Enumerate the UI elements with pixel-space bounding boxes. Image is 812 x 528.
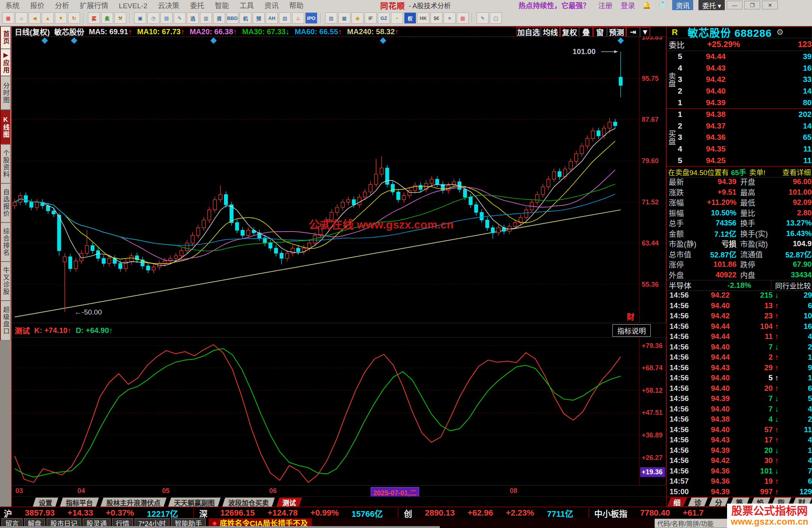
windows-icon[interactable]: ▦: [2, 12, 14, 24]
refresh-icon[interactable]: ↻: [68, 12, 80, 24]
promo-link[interactable]: 热点持续性，它最强？: [518, 0, 590, 10]
skin-icon[interactable]: 👕: [659, 1, 667, 9]
indicator-tab-指标平台[interactable]: 指标平台: [60, 498, 99, 507]
forex-icon[interactable]: $€: [430, 12, 442, 24]
menu-工具[interactable]: 工具: [234, 2, 259, 10]
sidebar-item-个股资料[interactable]: 个股资料: [0, 144, 11, 183]
tick-price: 94.40: [696, 301, 745, 310]
bank-icon[interactable]: ≡: [444, 12, 456, 24]
stock-pick-icon[interactable]: 选: [187, 12, 199, 24]
menu-LEVEL-2[interactable]: LEVEL-2: [114, 2, 153, 10]
chart-button-叠[interactable]: 叠: [579, 27, 593, 37]
panel-tab-细[interactable]: 细: [667, 498, 687, 507]
bbd-icon[interactable]: BBD: [226, 12, 238, 24]
index-name: 深: [199, 507, 208, 519]
indicator-tab-测试[interactable]: 测试: [276, 498, 302, 507]
trade-button[interactable]: 委托 ▾: [698, 0, 725, 11]
gear-icon[interactable]: ⚙: [776, 27, 784, 37]
close-button[interactable]: ✕: [762, 1, 778, 9]
ah-icon[interactable]: AH: [266, 12, 278, 24]
notice-detail-link[interactable]: 查看详细: [782, 167, 811, 177]
menu-分析[interactable]: 分析: [50, 2, 74, 10]
indicator-tab-波段加仓买卖[interactable]: 波段加仓买卖: [222, 498, 275, 507]
minimize-button[interactable]: —: [727, 1, 742, 9]
indicator-tab-设置[interactable]: 设置: [33, 498, 58, 507]
sidebar-item-综合排名[interactable]: 综合排名: [0, 222, 11, 262]
tick-count: 129: [800, 487, 812, 496]
board-icon[interactable]: ▢: [490, 12, 502, 24]
trend-icon[interactable]: ▨: [325, 12, 337, 24]
detail-label: 内盘: [740, 269, 775, 280]
coin-icon[interactable]: ◉: [351, 12, 364, 24]
news-icon[interactable]: ▧: [279, 12, 291, 24]
down-icon[interactable]: ▼: [55, 12, 67, 24]
panel-tab-诊[interactable]: 诊: [688, 498, 707, 507]
tick-count: 11: [804, 425, 812, 434]
doc-icon[interactable]: ▥: [200, 12, 212, 24]
notification-bell-icon[interactable]: 🔔: [642, 1, 651, 9]
indicator-tab-天天躺赢副图[interactable]: 天天躺赢副图: [168, 498, 221, 507]
login-link[interactable]: 登录: [621, 0, 635, 10]
sector-name[interactable]: 半导体: [669, 280, 691, 291]
industry-compare-link[interactable]: 同行业比较: [771, 280, 811, 290]
chart-button-加自选[interactable]: 加自选: [517, 27, 541, 37]
sidebar-item-首页[interactable]: 首页: [0, 26, 11, 49]
kdj-chart[interactable]: +79.36+68.74+58.12+47.51+36.89+26.27+19.…: [12, 337, 667, 486]
menu-云决策[interactable]: 云决策: [153, 2, 185, 10]
chevron-down-icon[interactable]: ▼: [640, 27, 650, 37]
stock-code-input[interactable]: 代码/名称/简拼/功能: [654, 519, 727, 528]
indicator-tab-股林主升浪潜伏点[interactable]: 股林主升浪潜伏点: [100, 498, 167, 507]
menu-系统[interactable]: 系统: [0, 2, 25, 10]
back-icon[interactable]: ◀: [29, 12, 41, 24]
sidebar-item-分时图[interactable]: 分时图: [0, 76, 11, 110]
if-icon[interactable]: IF: [365, 12, 377, 24]
menu-委托[interactable]: 委托: [185, 2, 209, 10]
panel-icon[interactable]: ▣: [134, 12, 146, 24]
kline-icon[interactable]: ▩: [338, 12, 350, 24]
clock-icon[interactable]: ◷: [147, 12, 159, 24]
sidebar-item-自选报价[interactable]: 自选报价: [0, 183, 11, 222]
forecast-icon[interactable]: 预: [253, 12, 265, 24]
kline-chart[interactable]: 103.8395.7587.6779.6071.5263.4455.36公式在线…: [12, 36, 667, 323]
sidebar-item-超级盘口[interactable]: 超级盘口: [0, 301, 11, 340]
gz-icon[interactable]: GZ: [378, 12, 390, 24]
machine-icon[interactable]: 机: [239, 12, 251, 24]
chart-button-预测[interactable]: 预测: [607, 27, 626, 37]
edit-icon[interactable]: ✎: [174, 12, 186, 24]
menu-资讯[interactable]: 资讯: [259, 2, 284, 10]
auction-icon[interactable]: ⚒: [114, 12, 126, 24]
edit2-icon[interactable]: ✎: [477, 12, 489, 24]
news-button[interactable]: 资讯: [672, 0, 693, 11]
restore-button[interactable]: ❐: [744, 1, 760, 9]
hk-icon[interactable]: HK: [417, 12, 429, 24]
menu-扩展行情[interactable]: 扩展行情: [74, 2, 114, 10]
cai-label[interactable]: 财: [627, 312, 635, 321]
menu-帮助[interactable]: 帮助: [284, 2, 309, 10]
info-icon[interactable]: 资: [213, 12, 225, 24]
us-market-icon[interactable]: ▤: [457, 12, 469, 24]
sidebar-item-应用[interactable]: ▶应用: [0, 49, 11, 76]
chart-button-复权[interactable]: 复权: [560, 27, 579, 37]
next-stock-icon[interactable]: ⇥: [626, 27, 640, 37]
sidebar-item-K线图[interactable]: K线图: [0, 110, 11, 144]
sell-icon[interactable]: 卖: [101, 12, 113, 24]
hot-icon[interactable]: ♨: [292, 12, 304, 24]
up-icon[interactable]: ▲: [42, 12, 54, 24]
menu-报价[interactable]: 报价: [25, 2, 50, 10]
period-label[interactable]: 日线(复权): [15, 26, 50, 37]
buy-icon[interactable]: 买: [88, 12, 100, 24]
option-icon[interactable]: 权: [404, 12, 416, 24]
arrow-up-icon: ↑: [775, 436, 779, 444]
report-icon[interactable]: ▤: [161, 12, 173, 24]
home-icon[interactable]: ⌂: [15, 12, 27, 24]
chart-button-均线[interactable]: 均线: [541, 27, 560, 37]
indicator-help-button[interactable]: 指标说明: [612, 324, 651, 337]
sidebar-item-牛叉诊股[interactable]: 牛叉诊股: [0, 262, 11, 301]
menu-智能[interactable]: 智能: [209, 2, 234, 10]
chart-button-窗[interactable]: 窗: [593, 27, 607, 37]
lock-icon[interactable]: ▪: [391, 12, 403, 24]
ipo-icon[interactable]: IPO: [305, 12, 317, 24]
horizontal-scrollbar[interactable]: [0, 526, 440, 528]
panel-tab-分[interactable]: 分: [709, 498, 729, 507]
register-link[interactable]: 注册: [598, 0, 612, 10]
